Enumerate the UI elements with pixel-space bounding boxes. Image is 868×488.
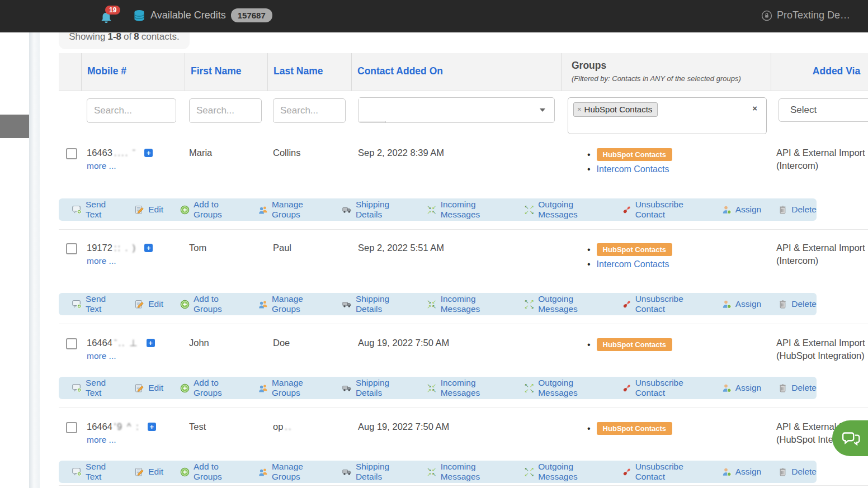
add-number-icon[interactable]: + — [147, 339, 155, 347]
assign-button[interactable]: Assign — [722, 383, 762, 393]
add-to-groups-button[interactable]: Add to Groups — [180, 200, 242, 220]
send-text-button[interactable]: Send Text — [72, 462, 118, 482]
row-checkbox[interactable] — [66, 148, 77, 159]
manage-groups-button[interactable]: Manage Groups — [258, 378, 326, 398]
delete-button[interactable]: Delete — [778, 467, 817, 477]
header-first-name[interactable]: First Name — [185, 53, 267, 91]
group-item: • HubSpot Contacts — [587, 422, 672, 435]
add-to-groups-button[interactable]: Add to Groups — [180, 378, 242, 398]
first-name-cell: Test — [189, 421, 206, 432]
trash-icon — [778, 300, 787, 309]
unsubscribe-contact-button[interactable]: Unsubscribe Contact — [622, 462, 705, 482]
last-name-visible: op — [273, 421, 283, 432]
edit-button[interactable]: Edit — [135, 383, 163, 393]
delete-button[interactable]: Delete — [778, 383, 817, 393]
row-checkbox[interactable] — [66, 338, 77, 349]
left-panel-tab[interactable] — [0, 115, 29, 138]
bullet: • — [587, 167, 591, 172]
incoming-messages-label: Incoming Messages — [441, 378, 508, 398]
group-link[interactable]: Intercom Contacts — [597, 164, 669, 174]
add-number-icon[interactable]: + — [148, 423, 156, 431]
incoming-messages-button[interactable]: ↘↙↗↖ Incoming Messages — [427, 294, 508, 314]
send-text-button[interactable]: Send Text — [72, 200, 118, 220]
shipping-details-button[interactable]: Shipping Details — [342, 378, 410, 398]
unsubscribe-contact-button[interactable]: Unsubscribe Contact — [622, 378, 705, 398]
added-on-cell: Aug 19, 2022 7:50 AM — [358, 338, 449, 348]
added-via-select[interactable]: Select — [779, 98, 868, 122]
row-checkbox[interactable] — [66, 422, 77, 433]
unsubscribe-contact-button[interactable]: Unsubscribe Contact — [622, 294, 705, 314]
edit-button[interactable]: Edit — [135, 205, 163, 215]
add-to-groups-button[interactable]: Add to Groups — [180, 462, 242, 482]
group-link[interactable]: Intercom Contacts — [597, 259, 669, 269]
group-item: • Intercom Contacts — [587, 259, 669, 269]
row-checkbox[interactable] — [66, 243, 77, 254]
incoming-messages-button[interactable]: ↘↙↗↖ Incoming Messages — [427, 200, 508, 220]
assign-person-icon — [722, 300, 732, 309]
plus-circle-icon — [180, 300, 190, 309]
assign-button[interactable]: Assign — [722, 299, 762, 309]
groups-filter-box[interactable]: × HubSpot Contacts × — [568, 97, 767, 134]
delete-button[interactable]: Delete — [778, 299, 817, 309]
more-link[interactable]: more ... — [87, 351, 116, 361]
outgoing-messages-button[interactable]: ↖↗↙↘ Outgoing Messages — [524, 200, 605, 220]
unsubscribe-contact-button[interactable]: Unsubscribe Contact — [622, 200, 705, 220]
manage-groups-button[interactable]: Manage Groups — [258, 462, 326, 482]
edit-button[interactable]: Edit — [135, 467, 163, 477]
left-scrollbar-track[interactable] — [29, 32, 40, 488]
trash-icon — [778, 205, 787, 215]
outgoing-messages-button[interactable]: ↖↗↙↘ Outgoing Messages — [524, 378, 605, 398]
more-link[interactable]: more ... — [87, 256, 116, 266]
manage-groups-button[interactable]: Manage Groups — [258, 294, 326, 314]
truck-icon — [342, 300, 352, 309]
group-item: • HubSpot Contacts — [587, 148, 672, 161]
header-mobile[interactable]: Mobile # — [81, 53, 185, 91]
account-menu[interactable]: ProTexting De… — [761, 10, 850, 21]
added-via-cell: API & External Import — [776, 148, 865, 158]
shipping-details-button[interactable]: Shipping Details — [342, 200, 410, 220]
table-header: Mobile # First Name Last Name Contact Ad… — [59, 53, 868, 91]
delete-button[interactable]: Delete — [778, 205, 817, 215]
added-on-cell: Sep 2, 2022 5:51 AM — [358, 243, 444, 253]
mobile-search-input[interactable] — [87, 98, 176, 123]
manage-groups-button[interactable]: Manage Groups — [258, 200, 326, 220]
header-contact-added-on[interactable]: Contact Added On — [351, 53, 561, 91]
assign-button[interactable]: Assign — [722, 467, 762, 477]
delete-label: Delete — [791, 383, 817, 393]
header-added-via[interactable]: Added Via — [771, 53, 868, 91]
add-number-icon[interactable]: + — [144, 244, 153, 252]
edit-button[interactable]: Edit — [135, 299, 163, 309]
last-name-search-input[interactable] — [273, 98, 346, 123]
people-icon — [258, 205, 268, 215]
row-action-bar: Send Text Edit Add to Groups Manage Grou… — [59, 377, 817, 399]
dropdown-caret-icon[interactable] — [540, 108, 545, 112]
first-name-search-input[interactable] — [189, 98, 262, 123]
group-badge: HubSpot Contacts — [597, 338, 672, 351]
summary-range: 1-8 — [107, 31, 121, 42]
notifications-button[interactable]: 19 — [100, 8, 116, 25]
add-number-icon[interactable]: + — [144, 149, 153, 157]
incoming-arrows-icon: ↘↙↗↖ — [427, 299, 437, 309]
date-range-input[interactable] — [358, 98, 496, 121]
speech-bubble-icon — [72, 205, 82, 215]
chat-widget-button[interactable] — [832, 420, 868, 456]
more-link[interactable]: more ... — [87, 435, 116, 445]
header-last-name[interactable]: Last Name — [267, 53, 351, 91]
clear-groups-icon[interactable]: × — [752, 103, 757, 113]
send-text-button[interactable]: Send Text — [72, 378, 118, 398]
incoming-messages-button[interactable]: ↘↙↗↖ Incoming Messages — [427, 378, 508, 398]
shipping-details-button[interactable]: Shipping Details — [342, 462, 410, 482]
lock-icon — [761, 10, 772, 21]
remove-tag-icon[interactable]: × — [577, 105, 582, 113]
plus-circle-icon — [180, 467, 190, 477]
add-to-groups-button[interactable]: Add to Groups — [180, 294, 242, 314]
assign-button[interactable]: Assign — [722, 205, 762, 215]
incoming-messages-button[interactable]: ↘↙↗↖ Incoming Messages — [427, 462, 508, 482]
outgoing-messages-button[interactable]: ↖↗↙↘ Outgoing Messages — [524, 294, 605, 314]
send-text-button[interactable]: Send Text — [72, 294, 118, 314]
outgoing-messages-button[interactable]: ↖↗↙↘ Outgoing Messages — [524, 462, 605, 482]
first-name-cell: Maria — [189, 148, 212, 158]
more-link[interactable]: more ... — [87, 161, 116, 171]
outgoing-arrows-icon: ↖↗↙↘ — [524, 467, 534, 477]
shipping-details-button[interactable]: Shipping Details — [342, 294, 410, 314]
